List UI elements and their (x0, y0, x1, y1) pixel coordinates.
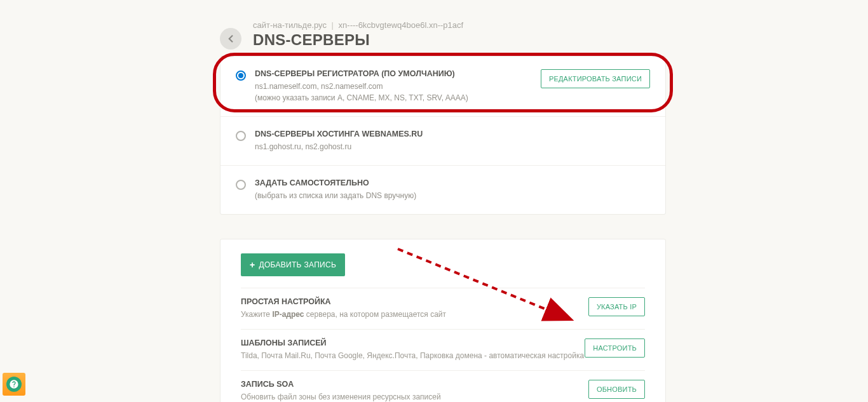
configure-button[interactable]: НАСТРОИТЬ (585, 338, 645, 358)
arrow-left-icon (225, 33, 236, 44)
section-sub: Tilda, Почта Mail.Ru, Почта Google, Янде… (241, 350, 585, 361)
section-body: ШАБЛОНЫ ЗАПИСЕЙ Tilda, Почта Mail.Ru, По… (241, 338, 585, 361)
help-widget[interactable] (3, 373, 25, 396)
option-body: ЗАДАТЬ САМОСТОЯТЕЛЬНО (выбрать из списка… (255, 178, 650, 201)
section-templates: ШАБЛОНЫ ЗАПИСЕЙ Tilda, Почта Mail.Ru, По… (241, 329, 645, 370)
section-simple-setup: ПРОСТАЯ НАСТРОЙКА Укажите IP-адрес серве… (241, 288, 645, 329)
section-title: ШАБЛОНЫ ЗАПИСЕЙ (241, 338, 585, 347)
edit-records-button[interactable]: РЕДАКТИРОВАТЬ ЗАПИСИ (541, 69, 650, 88)
option-title: ЗАДАТЬ САМОСТОЯТЕЛЬНО (255, 178, 650, 187)
records-card: + ДОБАВИТЬ ЗАПИСЬ ПРОСТАЯ НАСТРОЙКА Укаж… (220, 239, 666, 402)
radio-unselected[interactable] (236, 131, 246, 141)
radio-selected[interactable] (236, 70, 246, 81)
section-soa: ЗАПИСЬ SOA Обновить файл зоны без измене… (241, 370, 645, 402)
option-title: DNS-СЕРВЕРЫ РЕГИСТРАТОРА (ПО УМОЛЧАНИЮ) (255, 69, 532, 78)
domain-separator: | (332, 20, 334, 30)
option-servers: ns1.nameself.com, ns2.nameself.com (255, 81, 532, 92)
dns-option-hosting[interactable]: DNS-СЕРВЕРЫ ХОСТИНГА WEBNAMES.RU ns1.goh… (220, 117, 665, 166)
question-icon (9, 379, 19, 389)
option-note: (можно указать записи A, CNAME, MX, NS, … (255, 92, 532, 104)
page-title: DNS-СЕРВЕРЫ (253, 31, 666, 49)
update-button[interactable]: ОБНОВИТЬ (588, 380, 645, 399)
option-body: DNS-СЕРВЕРЫ ХОСТИНГА WEBNAMES.RU ns1.goh… (255, 130, 650, 152)
dns-options-card: DNS-СЕРВЕРЫ РЕГИСТРАТОРА (ПО УМОЛЧАНИЮ) … (220, 56, 666, 215)
option-note: (выбрать из списка или задать DNS вручну… (255, 190, 650, 201)
plus-icon: + (250, 260, 255, 270)
option-servers: ns1.gohost.ru, ns2.gohost.ru (255, 141, 650, 152)
section-body: ПРОСТАЯ НАСТРОЙКА Укажите IP-адрес серве… (241, 297, 588, 320)
sub-suffix: сервера, на котором размещается сайт (304, 310, 447, 319)
back-button[interactable] (220, 28, 241, 50)
section-sub: Обновить файл зоны без изменения ресурсн… (241, 391, 588, 402)
dns-option-manual[interactable]: ЗАДАТЬ САМОСТОЯТЕЛЬНО (выбрать из списка… (220, 166, 665, 214)
section-sub: Укажите IP-адрес сервера, на котором раз… (241, 309, 588, 320)
sub-prefix: Укажите (241, 310, 272, 319)
page-header: сайт-на-тильде.рус | xn----6kcbvgtewq4bo… (220, 19, 666, 50)
option-title: DNS-СЕРВЕРЫ ХОСТИНГА WEBNAMES.RU (255, 130, 650, 138)
add-record-button[interactable]: + ДОБАВИТЬ ЗАПИСЬ (241, 253, 345, 276)
add-record-label: ДОБАВИТЬ ЗАПИСЬ (259, 260, 336, 269)
domain-display: сайт-на-тильде.рус (253, 20, 327, 30)
section-title: ЗАПИСЬ SOA (241, 380, 588, 389)
radio-unselected[interactable] (236, 180, 246, 190)
sub-bold: IP-адрес (272, 310, 304, 319)
domain-punycode: xn----6kcbvgtewq4boe6l.xn--p1acf (339, 20, 464, 30)
option-body: DNS-СЕРВЕРЫ РЕГИСТРАТОРА (ПО УМОЛЧАНИЮ) … (255, 69, 532, 104)
domain-line: сайт-на-тильде.рус | xn----6kcbvgtewq4bo… (253, 20, 666, 30)
section-title: ПРОСТАЯ НАСТРОЙКА (241, 297, 588, 306)
page-container: сайт-на-тильде.рус | xn----6kcbvgtewq4bo… (220, 19, 666, 402)
section-body: ЗАПИСЬ SOA Обновить файл зоны без измене… (241, 380, 588, 402)
header-text: сайт-на-тильде.рус | xn----6kcbvgtewq4bo… (253, 20, 666, 49)
specify-ip-button[interactable]: УКАЗАТЬ IP (588, 297, 645, 316)
dns-option-registrar[interactable]: DNS-СЕРВЕРЫ РЕГИСТРАТОРА (ПО УМОЛЧАНИЮ) … (220, 57, 665, 117)
help-icon (6, 377, 22, 392)
